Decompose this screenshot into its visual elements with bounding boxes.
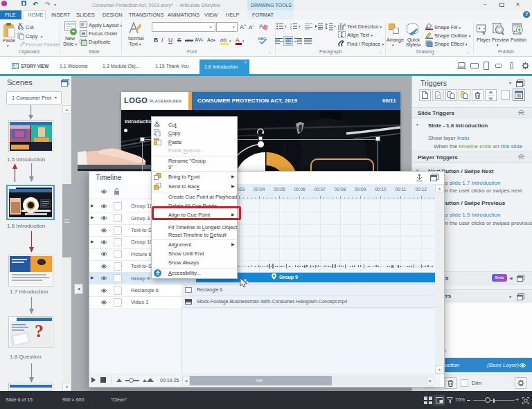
svg-text:A: A [343, 23, 346, 27]
svg-text:3: 3 [290, 28, 292, 30]
